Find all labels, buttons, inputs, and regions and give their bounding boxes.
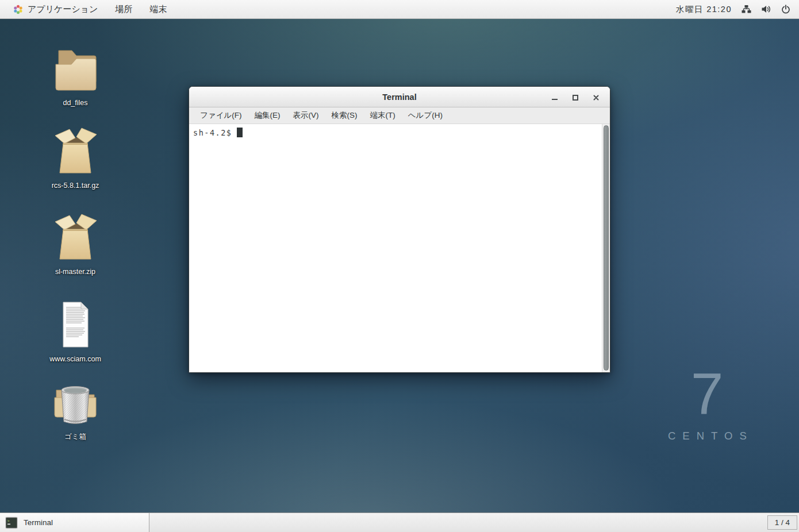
scrollbar-thumb[interactable] <box>604 125 609 371</box>
system-terminal-menu-label: 端末 <box>149 4 167 15</box>
terminal-scrollbar[interactable] <box>602 124 610 372</box>
taskbar-task-label: Terminal <box>24 518 53 527</box>
desktop-icon-dd-files[interactable]: dd_files <box>47 42 104 107</box>
desktop-icon-trash[interactable]: ゴミ箱 <box>47 376 104 441</box>
terminal-cursor <box>237 128 243 137</box>
menu-edit[interactable]: 編集(E) <box>248 108 287 123</box>
archive-box-icon <box>49 125 102 180</box>
desktop-icon-label: www.sciam.com <box>49 355 101 363</box>
menu-view[interactable]: 表示(V) <box>287 108 325 123</box>
desktop-icon-rcs-archive[interactable]: rcs-5.8.1.tar.gz <box>47 125 104 190</box>
terminal-window: Terminal ファイル(F) 編集(E) 表示(V) 検索(S) 端末(T) <box>189 86 610 373</box>
folder-icon <box>49 42 102 97</box>
terminal-menubar: ファイル(F) 編集(E) 表示(V) 検索(S) 端末(T) ヘルプ(H) <box>189 107 610 124</box>
system-terminal-menu[interactable]: 端末 <box>141 0 175 18</box>
minimize-icon <box>552 99 558 101</box>
menu-file[interactable]: ファイル(F) <box>194 108 248 123</box>
places-menu[interactable]: 場所 <box>106 0 141 18</box>
terminal-app-icon: > <box>5 516 18 530</box>
trash-icon <box>49 376 102 431</box>
desktop-icon-label: ゴミ箱 <box>64 433 86 441</box>
places-menu-label: 場所 <box>115 4 132 15</box>
applications-icon <box>13 5 23 14</box>
window-title: Terminal <box>189 92 610 102</box>
applications-menu-label: アプリケーション <box>28 4 98 15</box>
archive-box-icon <box>49 211 102 266</box>
maximize-button[interactable] <box>571 92 579 101</box>
menu-terminal[interactable]: 端末(T) <box>364 108 402 123</box>
menu-help[interactable]: ヘルプ(H) <box>402 108 449 123</box>
clock[interactable]: 水曜日 21:20 <box>676 4 732 15</box>
panel-menus: アプリケーション 場所 端末 <box>0 0 175 18</box>
centos-brand-text: CENTOS <box>661 430 753 442</box>
power-icon[interactable] <box>781 5 790 14</box>
panel-tray: 水曜日 21:20 <box>676 4 799 15</box>
network-icon[interactable] <box>742 5 751 14</box>
taskbar-terminal-button[interactable]: > Terminal <box>0 513 149 532</box>
centos-version-numeral: 7 <box>661 364 753 425</box>
terminal-line: sh-4.2$ <box>189 124 610 137</box>
desktop-screen: アプリケーション 場所 端末 水曜日 21:20 <box>0 0 799 532</box>
document-icon <box>49 298 102 353</box>
volume-icon[interactable] <box>761 5 771 14</box>
top-panel: アプリケーション 場所 端末 水曜日 21:20 <box>0 0 799 19</box>
svg-text:>: > <box>7 518 10 523</box>
close-icon <box>593 94 600 101</box>
bottom-taskbar: > Terminal 1 / 4 <box>0 512 799 532</box>
desktop-icon-sl-master-zip[interactable]: sl-master.zip <box>47 211 104 276</box>
menu-search[interactable]: 検索(S) <box>325 108 364 123</box>
desktop-icon-label: dd_files <box>63 99 87 107</box>
terminal-content[interactable]: sh-4.2$ <box>189 124 610 372</box>
applications-menu[interactable]: アプリケーション <box>5 0 106 18</box>
desktop-icon-www-sciam-com[interactable]: www.sciam.com <box>47 298 104 363</box>
maximize-icon <box>573 95 578 101</box>
workspace-switcher[interactable]: 1 / 4 <box>767 515 797 530</box>
desktop-icon-label: sl-master.zip <box>55 268 95 276</box>
close-button[interactable] <box>591 92 600 101</box>
window-controls <box>550 92 610 101</box>
minimize-button[interactable] <box>550 92 559 101</box>
desktop-icon-label: rcs-5.8.1.tar.gz <box>52 182 99 190</box>
centos-watermark: 7 CENTOS <box>661 364 753 442</box>
shell-prompt: sh-4.2$ <box>193 128 232 137</box>
terminal-titlebar[interactable]: Terminal <box>189 87 610 107</box>
desktop: dd_files rcs-5.8.1.tar.gz <box>0 19 799 512</box>
